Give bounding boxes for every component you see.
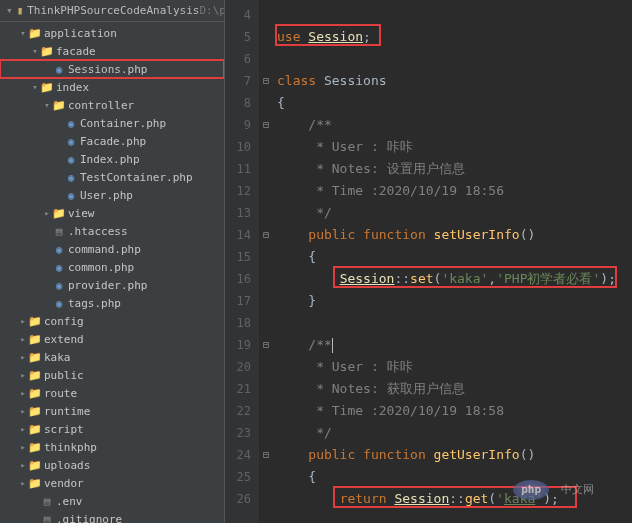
tree-item-container-php[interactable]: ◉Container.php xyxy=(0,114,224,132)
tree-arrow-icon: ▾ xyxy=(18,28,28,38)
tree-arrow-icon xyxy=(30,514,40,523)
fold-icon[interactable]: ⊟ xyxy=(263,339,269,350)
php-icon: ◉ xyxy=(52,63,66,76)
project-header[interactable]: ▾ ▮ ThinkPHPSourceCodeAnalysis D:\phpstu… xyxy=(0,0,224,22)
code-line: * User : 咔咔 xyxy=(277,136,632,158)
line-number: 24 xyxy=(225,444,251,466)
tree-item-common-php[interactable]: ◉common.php xyxy=(0,258,224,276)
php-icon: ◉ xyxy=(64,117,78,130)
line-number: 9 xyxy=(225,114,251,136)
folder-icon: 📁 xyxy=(52,99,66,112)
tree-item-thinkphp[interactable]: ▸📁thinkphp xyxy=(0,438,224,456)
keyword-class: class xyxy=(277,73,324,88)
php-icon: ◉ xyxy=(64,153,78,166)
tree-item-extend[interactable]: ▸📁extend xyxy=(0,330,224,348)
tree-item-application[interactable]: ▾📁application xyxy=(0,24,224,42)
tree-item-sessions-php[interactable]: ◉Sessions.php xyxy=(0,60,224,78)
line-gutter: 4567891011121314151617181920212223242526 xyxy=(225,0,259,523)
comment: */ xyxy=(308,205,331,220)
tree-arrow-icon xyxy=(30,496,40,506)
folder-icon: 📁 xyxy=(28,423,42,436)
tree-item-label: kaka xyxy=(44,351,71,364)
tree-arrow-icon xyxy=(42,64,52,74)
line-number: 21 xyxy=(225,378,251,400)
tree-item-kaka[interactable]: ▸📁kaka xyxy=(0,348,224,366)
tree-item-route[interactable]: ▸📁route xyxy=(0,384,224,402)
class-ref: Session xyxy=(340,271,395,286)
keyword-function: function xyxy=(363,447,433,462)
line-number: 5 xyxy=(225,26,251,48)
tree-item-label: script xyxy=(44,423,84,436)
tree-item-user-php[interactable]: ◉User.php xyxy=(0,186,224,204)
tree-item-label: tags.php xyxy=(68,297,121,310)
code-editor[interactable]: 4567891011121314151617181920212223242526… xyxy=(225,0,632,523)
tree-item--htaccess[interactable]: ▤.htaccess xyxy=(0,222,224,240)
tree-item-index[interactable]: ▾📁index xyxy=(0,78,224,96)
tree-item-facade-php[interactable]: ◉Facade.php xyxy=(0,132,224,150)
php-icon: ◉ xyxy=(64,135,78,148)
method-call: set xyxy=(410,271,433,286)
tree-item-uploads[interactable]: ▸📁uploads xyxy=(0,456,224,474)
fold-column: ⊟⊟⊟⊟⊟ xyxy=(259,0,273,523)
fold-icon[interactable]: ⊟ xyxy=(263,449,269,460)
file-icon: ▤ xyxy=(40,495,54,508)
fold-icon[interactable]: ⊟ xyxy=(263,119,269,130)
folder-icon: 📁 xyxy=(28,27,42,40)
tree-item-label: Facade.php xyxy=(80,135,146,148)
comment: /** xyxy=(308,337,331,352)
folder-icon: 📁 xyxy=(28,369,42,382)
tree-item-index-php[interactable]: ◉Index.php xyxy=(0,150,224,168)
line-number: 6 xyxy=(225,48,251,70)
tree-arrow-icon: ▸ xyxy=(18,370,28,380)
tree-item-public[interactable]: ▸📁public xyxy=(0,366,224,384)
tree-item-vendor[interactable]: ▸📁vendor xyxy=(0,474,224,492)
code-line: { xyxy=(277,92,632,114)
tree-item-tags-php[interactable]: ◉tags.php xyxy=(0,294,224,312)
code-line: public function getUserInfo() xyxy=(277,444,632,466)
tree-item-label: .gitignore xyxy=(56,513,122,524)
tree-item-command-php[interactable]: ◉command.php xyxy=(0,240,224,258)
folder-icon: 📁 xyxy=(28,441,42,454)
tree-item-label: route xyxy=(44,387,77,400)
code-area[interactable]: use Session; class Sessions { /** * User… xyxy=(273,0,632,523)
line-number: 17 xyxy=(225,290,251,312)
tree-item-provider-php[interactable]: ◉provider.php xyxy=(0,276,224,294)
tree-arrow-icon: ▸ xyxy=(18,316,28,326)
tree-item--gitignore[interactable]: ▤.gitignore xyxy=(0,510,224,523)
line-number: 18 xyxy=(225,312,251,334)
tree-item-label: controller xyxy=(68,99,134,112)
code-line: /** xyxy=(277,114,632,136)
fold-icon[interactable]: ⊟ xyxy=(263,229,269,240)
tree-item-testcontainer-php[interactable]: ◉TestContainer.php xyxy=(0,168,224,186)
tree-arrow-icon xyxy=(54,154,64,164)
line-number: 4 xyxy=(225,4,251,26)
folder-icon: 📁 xyxy=(28,333,42,346)
tree-item-label: command.php xyxy=(68,243,141,256)
line-number: 7 xyxy=(225,70,251,92)
fold-icon[interactable]: ⊟ xyxy=(263,75,269,86)
code-line xyxy=(277,4,632,26)
tree-arrow-icon: ▸ xyxy=(18,442,28,452)
code-line: use Session; xyxy=(277,26,632,48)
code-line: * User : 咔咔 xyxy=(277,356,632,378)
tree-item-view[interactable]: ▸📁view xyxy=(0,204,224,222)
semicolon: ; xyxy=(608,271,616,286)
tree-item-label: provider.php xyxy=(68,279,147,292)
tree-item-config[interactable]: ▸📁config xyxy=(0,312,224,330)
tree-item-controller[interactable]: ▾📁controller xyxy=(0,96,224,114)
tree-item-facade[interactable]: ▾📁facade xyxy=(0,42,224,60)
folder-icon: 📁 xyxy=(52,207,66,220)
tree-item-script[interactable]: ▸📁script xyxy=(0,420,224,438)
tree-item-runtime[interactable]: ▸📁runtime xyxy=(0,402,224,420)
tree-item-label: runtime xyxy=(44,405,90,418)
tree-item--env[interactable]: ▤.env xyxy=(0,492,224,510)
keyword-function: function xyxy=(363,227,433,242)
tree-arrow-icon: ▾ xyxy=(30,82,40,92)
code-line xyxy=(277,48,632,70)
code-line: { xyxy=(277,246,632,268)
folder-icon: 📁 xyxy=(28,477,42,490)
comment: /** xyxy=(308,117,331,132)
tree-arrow-icon xyxy=(42,298,52,308)
folder-icon: 📁 xyxy=(28,315,42,328)
php-icon: ◉ xyxy=(64,171,78,184)
